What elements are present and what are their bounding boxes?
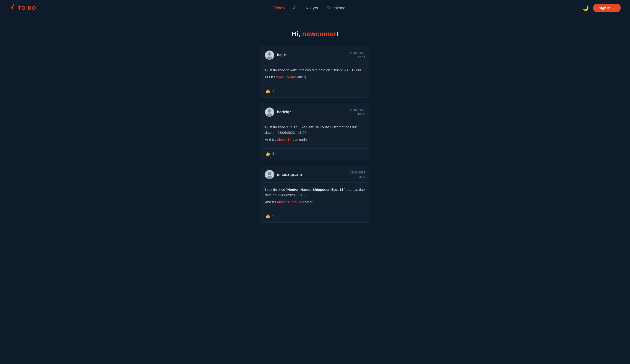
feed-card-text: I just finished "Nonton Naruto Shippuden… (265, 187, 365, 198)
greeting-prefix: Hi, (291, 30, 302, 38)
svg-point-0 (13, 4, 14, 6)
message-mid: " that has due date on 13/04/2021 - 12:0… (296, 68, 361, 72)
feed-date: 20/09/2023 (350, 51, 365, 55)
feed-card-header: mhadziqrazin 21/06/2023 23:00 (260, 166, 370, 183)
username: hajik (277, 53, 286, 57)
highlight-suffix: earlier!! (298, 137, 310, 141)
main-content: Hi, newcomer! hajik 20/09/2023 22:52 I j… (0, 16, 630, 236)
feed-time: 16:30 (358, 113, 365, 116)
feed-card-time: 23/06/2023 16:30 (350, 108, 365, 117)
message-prefix: I just finished " (265, 188, 287, 191)
logo-icon (9, 4, 16, 12)
like-count: 1 (272, 89, 274, 93)
highlight-prefix: But it's (265, 75, 276, 79)
feed-card-footer: 👍 1 (260, 86, 370, 97)
sign-in-label: Sign in → (599, 6, 615, 10)
logo[interactable]: TO DO (9, 4, 36, 12)
thumbs-up-icon: 👍 (265, 213, 270, 219)
feed-card-footer: 👍 2 (260, 211, 370, 222)
sign-in-button[interactable]: Sign in → (593, 4, 621, 12)
message-prefix: I just finished " (265, 68, 287, 72)
svg-point-5 (268, 109, 271, 113)
task-name: nikah (287, 68, 296, 72)
like-button[interactable]: 👍 (265, 151, 270, 156)
feed-card-body: I just finished "nikah" that has due dat… (260, 63, 370, 83)
svg-point-8 (268, 172, 271, 175)
highlight-value: about 1 hour (277, 137, 298, 141)
username: hadziqr (277, 110, 291, 114)
feed-card-text: I just finished "Finish Like Feature To … (265, 124, 365, 135)
feed-card-highlight-text: And it's about 1 hour earlier!! (265, 137, 365, 142)
nav-link-completed[interactable]: Completed (326, 6, 345, 10)
highlight-prefix: And it's (265, 200, 277, 204)
feed-card-header: hadziqr 23/06/2023 16:30 (260, 103, 370, 120)
greeting-name: newcomer (302, 30, 336, 38)
feed-card: hadziqr 23/06/2023 16:30 I just finished… (260, 103, 370, 160)
nav-right: 🌙 Sign in → (582, 4, 621, 12)
navbar: TO DO Feeds All Not yet Completed 🌙 Sign… (0, 0, 630, 16)
highlight-suffix: late :( (296, 75, 306, 79)
thumbs-up-icon: 👍 (265, 151, 270, 156)
feed-card-user: hajik (265, 50, 286, 60)
feed-card-header: hajik 20/09/2023 22:52 (260, 46, 370, 63)
avatar (265, 170, 274, 179)
like-count: 3 (272, 152, 274, 155)
feed-card-footer: 👍 3 (260, 148, 370, 160)
like-button[interactable]: 👍 (265, 213, 270, 219)
logo-text: TO DO (18, 5, 36, 11)
avatar (265, 107, 274, 117)
feed-card: hajik 20/09/2023 22:52 I just finished "… (260, 46, 370, 98)
like-count: 2 (272, 214, 274, 218)
greeting-suffix: ! (336, 30, 339, 38)
nav-link-feeds[interactable]: Feeds (273, 6, 284, 10)
feed-date: 21/06/2023 (350, 171, 365, 174)
feed-list: hajik 20/09/2023 22:52 I just finished "… (260, 46, 370, 223)
dark-mode-button[interactable]: 🌙 (582, 5, 589, 11)
svg-point-2 (268, 52, 271, 56)
task-name: Finish Like Feature To Do List (287, 125, 336, 129)
highlight-prefix: And it's (265, 137, 277, 141)
feed-card-highlight-text: And it's about 19 hours earlier!! (265, 199, 365, 205)
feed-date: 23/06/2023 (350, 108, 365, 112)
feed-card-body: I just finished "Finish Like Feature To … (260, 120, 370, 146)
avatar (265, 50, 274, 60)
moon-icon: 🌙 (582, 5, 589, 11)
username: mhadziqrazin (277, 172, 302, 177)
feed-card: mhadziqrazin 21/06/2023 23:00 I just fin… (260, 166, 370, 223)
highlight-value: about 19 hours (277, 200, 302, 204)
thumbs-up-icon: 👍 (265, 88, 270, 94)
like-button[interactable]: 👍 (265, 88, 270, 94)
task-name: Nonton Naruto Shippuden Eps. 16 (287, 188, 344, 191)
highlight-suffix: earlier!! (302, 200, 314, 204)
greeting: Hi, newcomer! (291, 30, 338, 38)
highlight-value: over 2 years (276, 75, 296, 79)
feed-card-highlight-text: But it's over 2 years late :( (265, 74, 365, 80)
feed-time: 22:52 (358, 56, 365, 59)
nav-link-all[interactable]: All (293, 6, 298, 10)
feed-card-time: 21/06/2023 23:00 (350, 170, 365, 179)
feed-card-text: I just finished "nikah" that has due dat… (265, 67, 365, 73)
feed-time: 23:00 (358, 175, 365, 179)
message-prefix: I just finished " (265, 125, 287, 129)
feed-card-body: I just finished "Nonton Naruto Shippuden… (260, 183, 370, 209)
nav-link-not-yet[interactable]: Not yet (306, 6, 318, 10)
feed-card-time: 20/09/2023 22:52 (350, 51, 365, 60)
feed-card-user: mhadziqrazin (265, 170, 302, 179)
feed-card-user: hadziqr (265, 107, 291, 117)
nav-links: Feeds All Not yet Completed (273, 6, 345, 10)
